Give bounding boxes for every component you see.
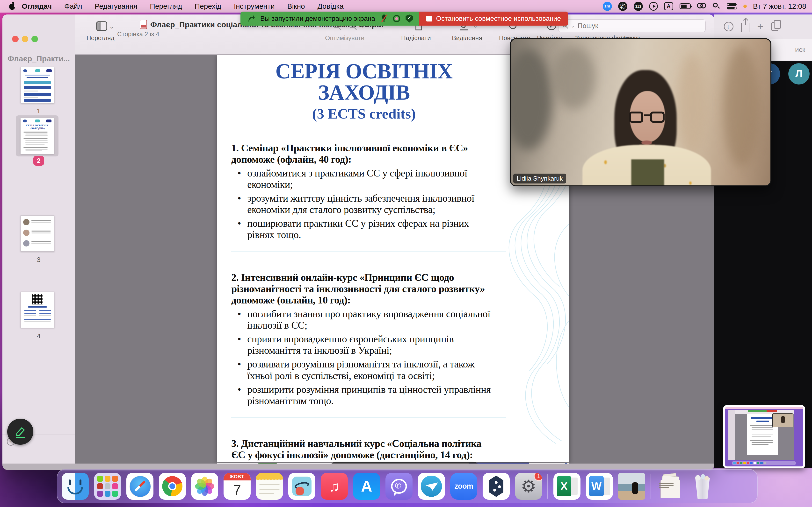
menu-go[interactable]: Перехід [195, 2, 221, 10]
menu-file[interactable]: Файл [64, 2, 82, 10]
menu-help[interactable]: Довідка [317, 2, 344, 10]
input-source-icon[interactable]: А [664, 2, 673, 10]
menu-edit[interactable]: Редагування [95, 2, 138, 10]
mic-muted-icon[interactable] [380, 14, 388, 23]
dock-documents-stack[interactable] [657, 473, 684, 500]
search-scope-chevron[interactable]: ⌄ [571, 23, 575, 29]
erasmus-funding-text: Funded by the Erasmus+ Programme [546, 463, 569, 463]
search-input[interactable] [577, 22, 702, 30]
page-thumbnail-3[interactable] [20, 215, 54, 251]
bullet-item: •сприяти впровадженню європейських принц… [231, 333, 497, 356]
sidebar-toggle-icon[interactable] [96, 21, 107, 31]
section-separator [231, 251, 506, 251]
menubar-clock[interactable]: Вт 7 жовт. 12:08 [753, 2, 806, 10]
dock-music[interactable]: ♫ [321, 473, 348, 500]
pdf-section-1: 1. Семінар «Практики інклюзивної економі… [231, 143, 497, 251]
pdf-subtitle: (3 ECTS credits) [231, 106, 497, 122]
page-indicator-hud: Сторінка 2 із 4 [328, 462, 481, 463]
view-menu-label[interactable]: Перегляд [87, 34, 114, 42]
battery-icon[interactable] [679, 1, 691, 11]
stop-share-button[interactable]: Остановить совместное использование [419, 12, 568, 25]
search-field[interactable]: ⌄ [558, 19, 706, 32]
annotate-pencil-button[interactable] [7, 418, 33, 445]
telegram-menubar-icon[interactable]: 313 [633, 2, 643, 11]
page-thumbnail-1[interactable] [20, 67, 54, 103]
apple-menu-icon[interactable] [9, 3, 15, 10]
highlight-label: Виділення [452, 34, 482, 42]
sidebar-toggle-chevron[interactable]: ⌄ [109, 23, 114, 30]
dock-telegram[interactable] [418, 473, 445, 500]
section-heading: 1. Семінар «Практики інклюзивної економі… [231, 143, 497, 165]
viber-menubar-icon[interactable]: ✆ [618, 2, 627, 11]
menu-app-name[interactable]: Оглядач [22, 2, 52, 10]
menu-status-area: zm ✆ 313 А Вт 7 жовт. 12:08 [603, 0, 812, 12]
participant-avatar-letter[interactable]: Л [788, 63, 810, 84]
dock-notes[interactable] [256, 473, 283, 500]
dock: ЖОВТ.7 ♫ A zoom ⚙1 X W [57, 469, 758, 503]
stop-share-label: Остановить совместное использование [436, 15, 561, 22]
dock-finder[interactable] [62, 473, 89, 500]
control-center-icon[interactable] [726, 1, 737, 11]
background-window-toolbar: + [714, 14, 812, 39]
menu-bar: Оглядач Файл Редагування Перегляд Перехі… [0, 0, 812, 12]
dock-freeform[interactable] [288, 473, 315, 500]
zoom-wordmark: zoom [455, 482, 473, 491]
thumb2-subtitle: (3 ECTS credits) [20, 127, 54, 129]
zoom-menubar-icon[interactable]: zm [603, 2, 612, 11]
bullet-item: •ознайомитися з практиками ЄС у сфері ін… [231, 168, 497, 190]
mini-screenshot [725, 407, 803, 466]
pencil-icon [13, 425, 27, 439]
zoom-window-button[interactable] [32, 36, 38, 42]
new-tab-icon[interactable]: + [757, 22, 763, 32]
share-icon-bg[interactable] [741, 23, 749, 32]
pdf-section-3: 3. Дистанційний навчальний курс «Соціаль… [231, 438, 497, 463]
menu-tools[interactable]: Інструменти [234, 2, 275, 10]
zoom-sharing-banner: Вы запустили демонстрацию экрана Останов… [241, 12, 568, 25]
dock-launchpad[interactable] [94, 473, 121, 500]
dock-system-settings[interactable]: ⚙1 [515, 473, 542, 500]
settings-badge: 1 [534, 473, 542, 481]
dock-viber[interactable] [386, 473, 412, 500]
menu-window[interactable]: Вікно [287, 2, 305, 10]
menu-view[interactable]: Перегляд [150, 2, 182, 10]
dock-trash[interactable] [689, 473, 716, 500]
page-thumbnail-2[interactable]: СЕРІЯ ОСВІТНІХ ЗАХОДІВ (3 ECTS credits) [20, 118, 54, 154]
appstore-letter: A [361, 477, 372, 495]
dock-photos[interactable] [191, 473, 218, 500]
dock-zoom[interactable]: zoom [450, 473, 477, 500]
stop-icon [426, 16, 432, 21]
pdf-title: СЕРІЯ ОСВІТНІХ ЗАХОДІВ [231, 61, 497, 103]
mini-dock [732, 461, 796, 465]
dock-word[interactable]: W [586, 473, 613, 500]
dock-excel[interactable]: X [553, 473, 580, 500]
spotlight-icon[interactable] [713, 1, 720, 11]
background-blur-shape [552, 46, 596, 109]
dock-chrome[interactable] [159, 473, 186, 500]
preview-sidebar: Флаєр_Практи... 1 СЕРІЯ ОСВІТНІХ ЗАХОДІВ… [2, 14, 75, 463]
dock-safari[interactable] [126, 473, 153, 500]
dock-calendar[interactable]: ЖОВТ.7 [223, 473, 251, 500]
screen-share-mini-preview[interactable] [723, 405, 805, 468]
close-button[interactable] [12, 36, 18, 42]
music-note-icon: ♫ [329, 478, 340, 495]
universal-control-icon[interactable] [697, 1, 707, 11]
page-thumbnail-4[interactable] [20, 292, 54, 328]
zoom-video-window[interactable]: Lidiia Shynkaruk [510, 38, 771, 186]
dock-minimized-window[interactable] [618, 473, 645, 500]
playback-menubar-icon[interactable] [649, 1, 658, 11]
dock-app-store[interactable]: A [353, 473, 380, 500]
bullet-item: •зрозуміти життєву цінність забезпечення… [231, 193, 497, 215]
screen-share-arrow-icon [247, 14, 255, 23]
minimize-button[interactable] [22, 36, 28, 42]
recording-indicator-icon[interactable] [393, 15, 400, 22]
security-shield-icon[interactable] [406, 14, 413, 23]
section-heading: 3. Дистанційний навчальний курс «Соціаль… [231, 438, 497, 461]
page-number-4: 4 [2, 332, 75, 340]
bullet-item: •розвивати розуміння різноманіття та інк… [231, 358, 497, 381]
page-status: Сторінка 2 із 4 [117, 31, 159, 38]
downloads-icon[interactable] [724, 22, 733, 32]
sharing-message: Вы запустили демонстрацию экрана [260, 15, 375, 22]
dock-share-network-app[interactable] [483, 473, 510, 500]
sidebar-doc-title: Флаєр_Практи... [2, 54, 75, 63]
tab-overview-icon[interactable] [771, 22, 778, 31]
